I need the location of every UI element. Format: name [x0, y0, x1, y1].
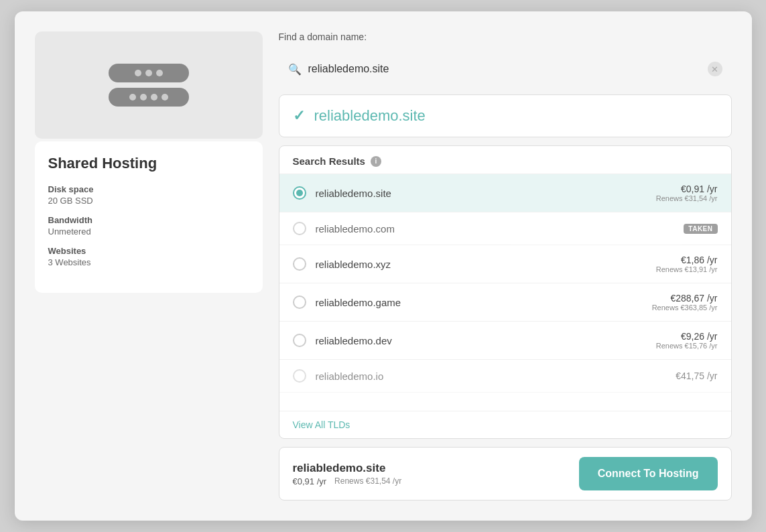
domain-name: reliabledemo.com: [316, 223, 675, 235]
dot-6: [151, 94, 157, 101]
domain-name: reliabledemo.xyz: [316, 259, 647, 270]
bottom-domain-info: reliabledemo.site €0,91 /yr Renews €31,5…: [293, 462, 402, 486]
search-results-title: Search Results: [293, 155, 365, 167]
disk-space-label: Disk space: [48, 184, 249, 194]
main-window: Shared Hosting Disk space 20 GB SSD Band…: [15, 11, 752, 521]
left-panel: Shared Hosting Disk space 20 GB SSD Band…: [35, 31, 263, 501]
radio-button[interactable]: [293, 334, 306, 347]
dot-2: [145, 70, 152, 76]
info-icon[interactable]: i: [371, 156, 381, 167]
websites-item: Websites 3 Websites: [48, 246, 249, 267]
search-results-header: Search Results i: [279, 146, 731, 174]
radio-button[interactable]: [293, 186, 306, 200]
price-main: €9,26 /yr: [656, 331, 718, 342]
hosting-icon-box: [35, 31, 263, 139]
dot-7: [162, 94, 168, 101]
domain-name: reliabledemo.io: [316, 371, 667, 382]
bottom-bar: reliabledemo.site €0,91 /yr Renews €31,5…: [279, 447, 732, 501]
clear-search-button[interactable]: ✕: [708, 62, 722, 76]
view-all-tlds-link[interactable]: View All TLDs: [279, 411, 731, 438]
price-main: €41,75 /yr: [676, 371, 717, 381]
dot-1: [135, 70, 141, 76]
domain-name: reliabledemo.site: [316, 188, 647, 199]
domain-name: reliabledemo.dev: [316, 335, 647, 346]
results-list: reliabledemo.site€0,91 /yrRenews €31,54 …: [279, 174, 731, 411]
websites-value: 3 Websites: [48, 257, 249, 267]
price-renew: Renews €13,91 /yr: [656, 265, 718, 273]
bottom-price: €0,91 /yr: [293, 476, 327, 486]
disk-space-value: 20 GB SSD: [48, 196, 249, 206]
result-item[interactable]: reliabledemo.xyz€1,86 /yrRenews €13,91 /…: [279, 245, 731, 283]
selected-domain-name: reliabledemo.site: [314, 107, 426, 125]
bandwidth-label: Bandwidth: [48, 215, 249, 225]
price-renew: Renews €31,54 /yr: [656, 194, 718, 202]
domain-name: reliabledemo.game: [316, 297, 643, 308]
dot-5: [140, 94, 147, 101]
result-item[interactable]: reliabledemo.site€0,91 /yrRenews €31,54 …: [279, 174, 731, 212]
bottom-renew: Renews €31,54 /yr: [334, 476, 401, 486]
right-panel: Find a domain name: 🔍 ✕ ✓ reliabledemo.s…: [279, 31, 732, 501]
radio-inner: [296, 190, 303, 196]
price-main: €288,67 /yr: [652, 293, 718, 304]
taken-badge: TAKEN: [684, 224, 717, 234]
result-item[interactable]: reliabledemo.comTAKEN: [279, 212, 731, 245]
radio-button[interactable]: [293, 257, 306, 271]
server-bar-top: [109, 64, 189, 82]
price-main: €1,86 /yr: [656, 255, 718, 265]
connect-to-hosting-button[interactable]: Connect To Hosting: [579, 457, 718, 490]
bandwidth-item: Bandwidth Unmetered: [48, 215, 249, 237]
result-item[interactable]: reliabledemo.dev€9,26 /yrRenews €15,76 /…: [279, 322, 731, 360]
bottom-price-row: €0,91 /yr Renews €31,54 /yr: [293, 476, 402, 486]
server-icon: [109, 64, 189, 107]
price-renew: Renews €15,76 /yr: [656, 342, 718, 350]
check-icon: ✓: [293, 107, 305, 125]
result-item[interactable]: reliabledemo.game€288,67 /yrRenews €363,…: [279, 283, 731, 322]
find-domain-label: Find a domain name:: [279, 31, 732, 42]
websites-label: Websites: [48, 246, 249, 256]
hosting-title: Shared Hosting: [48, 155, 249, 172]
price-column: €9,26 /yrRenews €15,76 /yr: [656, 331, 718, 350]
dot-4: [129, 94, 136, 101]
price-column: €0,91 /yrRenews €31,54 /yr: [656, 184, 718, 202]
price-main: €0,91 /yr: [656, 184, 718, 194]
bottom-domain-name: reliabledemo.site: [293, 462, 402, 475]
search-input[interactable]: [279, 52, 732, 86]
radio-button[interactable]: [293, 369, 306, 383]
server-bar-bottom: [109, 88, 189, 107]
radio-button[interactable]: [293, 295, 306, 309]
search-container: 🔍 ✕: [279, 52, 732, 86]
price-column: €288,67 /yrRenews €363,85 /yr: [652, 293, 718, 312]
radio-button[interactable]: [293, 222, 306, 235]
dot-3: [156, 70, 163, 76]
disk-space-item: Disk space 20 GB SSD: [48, 184, 249, 206]
selected-domain-box: ✓ reliabledemo.site: [279, 94, 732, 137]
price-renew: Renews €363,85 /yr: [652, 304, 718, 312]
result-item[interactable]: reliabledemo.io€41,75 /yr: [279, 360, 731, 393]
bandwidth-value: Unmetered: [48, 226, 249, 237]
price-column: €1,86 /yrRenews €13,91 /yr: [656, 255, 718, 273]
price-column: €41,75 /yr: [676, 371, 717, 381]
search-results-section: Search Results i reliabledemo.site€0,91 …: [279, 145, 732, 439]
hosting-info-card: Shared Hosting Disk space 20 GB SSD Band…: [35, 141, 263, 293]
